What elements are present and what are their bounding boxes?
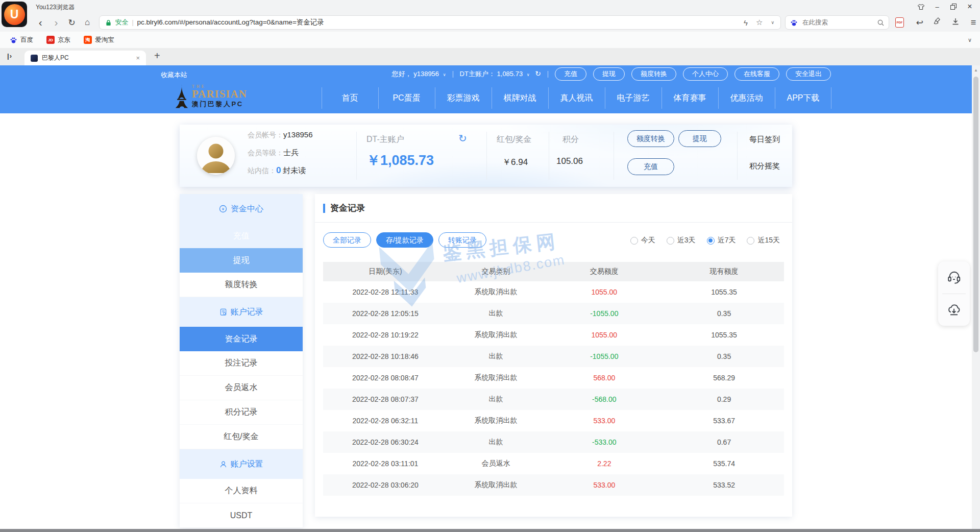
table-row: 2022-02-28 12:11:33系统取消出款1055.001055.35	[323, 281, 784, 303]
sidebar-toggle-icon[interactable]: |›	[7, 52, 12, 60]
bookmark-jd[interactable]: JD京东	[46, 36, 70, 44]
nav-item-home[interactable]: 首页	[322, 83, 378, 113]
online-service-button[interactable]: 在线客服	[734, 67, 779, 81]
main-account-balance[interactable]: DT主账户： 1,085.73 ∨ ↻	[460, 69, 541, 79]
deposit-button[interactable]: 充值	[555, 67, 586, 81]
filter-transfer-records[interactable]: 转账记录	[438, 232, 486, 248]
filter-deposit-withdraw-records[interactable]: 存/提款记录	[376, 232, 433, 248]
bookmark-label: 百度	[20, 36, 33, 44]
restore-button[interactable]	[945, 0, 962, 13]
bookmark-baidu[interactable]: 百度	[9, 36, 33, 44]
nav-item-sports-events[interactable]: 体育赛事	[662, 83, 718, 113]
nav-item-electronic-games[interactable]: 电子游艺	[605, 83, 662, 113]
nav-item-promotions[interactable]: 优惠活动	[718, 83, 775, 113]
safe-logout-button[interactable]: 安全退出	[786, 67, 831, 81]
skin-theme-icon[interactable]	[913, 0, 929, 13]
table-row: 2022-02-28 06:32:11系统取消出款533.00533.67	[323, 410, 784, 431]
chevron-down-icon[interactable]: ∨	[771, 20, 774, 25]
personal-center-button[interactable]: 个人中心	[683, 67, 728, 81]
withdraw-button[interactable]: 提现	[678, 130, 721, 147]
main-nav: 首页PC蛋蛋彩票游戏棋牌对战真人视讯电子游艺体育赛事优惠活动APP下载	[322, 83, 831, 113]
cell-date: 2022-02-28 06:30:24	[323, 438, 448, 446]
search-icon[interactable]	[877, 19, 884, 26]
cell-transaction-amount: -1055.00	[544, 352, 664, 360]
download-icon[interactable]	[949, 17, 962, 28]
search-box[interactable]	[785, 15, 889, 30]
bookmark-taobao[interactable]: 淘爱淘宝	[84, 36, 114, 44]
tab-parisian[interactable]: 巴黎人PC ×	[24, 51, 146, 65]
sidebar-item-bet-records[interactable]: 投注记录	[180, 351, 303, 376]
refresh-balance-icon[interactable]: ↻	[535, 69, 541, 78]
table-row: 2022-02-28 03:11:01会员返水2.22535.74	[323, 453, 784, 474]
radio-today[interactable]: 今天	[630, 236, 655, 245]
points-lottery-link[interactable]: 积分摇奖	[749, 161, 780, 171]
sidebar-item-usdt[interactable]: USDT	[180, 503, 303, 528]
quota-transfer-button[interactable]: 额度转换	[631, 67, 676, 81]
table-row: 2022-02-28 10:18:46出款-1055.000.35	[323, 346, 784, 367]
sidebar-item-points-record[interactable]: 积分记录	[180, 400, 303, 425]
back-icon[interactable]: ‹	[33, 16, 48, 29]
scroll-up-icon[interactable]: ▲	[972, 68, 980, 72]
cell-current-balance: 568.29	[664, 374, 784, 382]
search-input[interactable]	[801, 18, 874, 27]
sidebar-item-funds-record[interactable]: 资金记录	[180, 327, 303, 351]
sidebar-item-profile[interactable]: 个人资料	[180, 479, 303, 503]
tab-close-icon[interactable]: ×	[136, 54, 140, 62]
sidebar-item-quota-transfer[interactable]: 额度转换	[180, 273, 303, 297]
quick-access-lightning-icon[interactable]: ϟ	[744, 18, 748, 27]
coin-icon: ¥	[219, 205, 227, 213]
cell-transaction-amount: 1055.00	[544, 288, 664, 296]
bookmarks-collapse-icon[interactable]: ∨	[968, 37, 972, 43]
sidebar-item-account-records[interactable]: 账户记录	[180, 297, 303, 327]
site-logo[interactable]: THE PARISIAN 澳门巴黎人PC	[175, 84, 247, 109]
radio-last-3-days[interactable]: 近3天	[667, 236, 696, 245]
quota-transfer-button[interactable]: 额度转换	[627, 130, 674, 147]
browser-menu-button[interactable]: U	[2, 2, 27, 27]
clean-brush-icon[interactable]	[931, 17, 944, 28]
minimize-button[interactable]: –	[929, 0, 945, 13]
new-tab-button[interactable]: +	[154, 50, 160, 62]
forward-icon[interactable]: ›	[48, 16, 64, 29]
close-button[interactable]: ×	[962, 0, 978, 13]
cell-date: 2022-02-28 06:32:11	[323, 417, 448, 425]
withdraw-button[interactable]: 提现	[593, 67, 625, 81]
sidebar-item-deposit[interactable]: 充值	[180, 224, 303, 248]
address-bar[interactable]: 安全 | pc.blryl6.com/#/personal/accountLog…	[99, 15, 781, 30]
daily-signin-link[interactable]: 每日签到	[749, 135, 780, 144]
sidebar-item-account-settings[interactable]: 账户设置	[180, 449, 303, 479]
page-scrollbar[interactable]: ▲	[972, 65, 980, 529]
nav-item-pc-dandan[interactable]: PC蛋蛋	[378, 83, 435, 113]
sidebar-item-withdraw[interactable]: 提现	[180, 248, 303, 273]
member-mail-row[interactable]: 站内信：0 封未读	[248, 165, 306, 176]
sidebar-item-redpacket-bonus[interactable]: 红包/奖金	[180, 425, 303, 449]
mail-unread-suffix: 封未读	[283, 166, 306, 175]
filter-all-records[interactable]: 全部记录	[323, 232, 371, 248]
favorite-site-link[interactable]: 收藏本站	[161, 70, 187, 80]
wallet-balance: ￥1,085.73	[366, 151, 434, 170]
cell-transaction-amount: 1055.00	[544, 331, 664, 339]
nav-item-live-video[interactable]: 真人视讯	[548, 83, 605, 113]
radio-last-15-days[interactable]: 近15天	[747, 236, 780, 245]
pdf-tool-icon[interactable]: PDF	[895, 17, 909, 28]
sidebar-item-member-rebate[interactable]: 会员返水	[180, 376, 303, 400]
nav-item-app-download[interactable]: APP下载	[775, 83, 831, 113]
nav-item-board-battle[interactable]: 棋牌对战	[492, 83, 548, 113]
cell-transaction-type: 出款	[448, 309, 545, 318]
app-download-cloud-icon[interactable]	[938, 294, 970, 326]
greeting-username[interactable]: 您好， y138956 ∨	[392, 69, 446, 79]
panel-header: 资金记录	[315, 194, 792, 223]
security-label: 安全	[115, 18, 128, 27]
customer-service-icon[interactable]	[938, 261, 970, 294]
home-icon[interactable]: ⌂	[80, 17, 95, 28]
undo-closed-tab-icon[interactable]: ↩	[913, 17, 926, 28]
radio-dot-icon	[707, 237, 715, 245]
nav-item-lottery-games[interactable]: 彩票游戏	[435, 83, 492, 113]
menu-icon[interactable]: ≡	[967, 17, 980, 28]
sidebar-item-funds-center[interactable]: ¥资金中心	[180, 194, 303, 224]
wallet-refresh-icon[interactable]: ↻	[458, 132, 467, 144]
bookmark-star-icon[interactable]: ☆	[756, 18, 763, 27]
scrollbar-thumb[interactable]	[973, 77, 978, 352]
reload-icon[interactable]: ↻	[64, 17, 80, 28]
radio-last-7-days[interactable]: 近7天	[707, 236, 736, 245]
deposit-button[interactable]: 充值	[627, 158, 674, 175]
